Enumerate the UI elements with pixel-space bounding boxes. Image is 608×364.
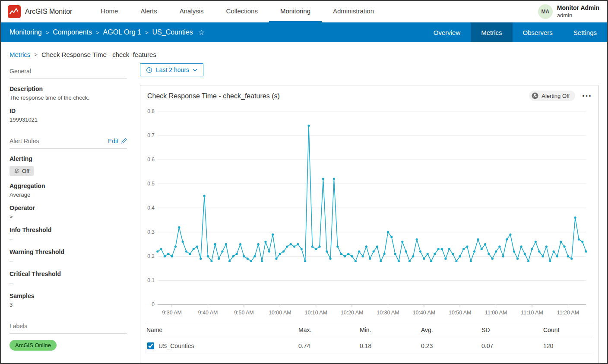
svg-text:9:50 AM: 9:50 AM: [234, 310, 253, 316]
chart-title: Check Response Time - check_features (s): [147, 92, 280, 100]
info-threshold-label: Info Threshold: [10, 226, 127, 233]
breadcrumb-separator-icon: >: [34, 51, 38, 58]
section-general: General: [10, 63, 127, 79]
section-labels: Labels: [10, 318, 127, 334]
time-range-button[interactable]: Last 2 hours: [140, 63, 203, 76]
svg-text:0.1: 0.1: [147, 277, 155, 283]
svg-text:0.8: 0.8: [147, 108, 155, 114]
time-range-label: Last 2 hours: [156, 66, 189, 73]
user-role: admin: [557, 12, 599, 19]
section-general-heading: General: [10, 68, 31, 75]
brand-name: ArcGIS Monitor: [25, 8, 72, 16]
breadcrumb-separator-icon: >: [46, 29, 49, 36]
metrics-back-link[interactable]: Metrics: [10, 51, 30, 58]
user-name: Monitor Admin: [557, 4, 599, 12]
section-related: Related: [10, 361, 127, 364]
column-name: Name: [146, 326, 298, 333]
response-time-chart: 00.10.20.30.40.50.60.70.89:30 AM9:40 AM9…: [146, 104, 592, 321]
svg-text:10:20 AM: 10:20 AM: [341, 310, 363, 316]
bell-off-circle-icon: [532, 92, 538, 99]
section-alert-rules-heading: Alert Rules: [10, 138, 39, 144]
nav-item-monitoring[interactable]: Monitoring: [269, 1, 322, 22]
details-sidebar: General Description The response time of…: [10, 63, 127, 364]
nav-item-analysis[interactable]: Analysis: [168, 1, 215, 22]
description-field: Description The response time of the che…: [10, 85, 127, 101]
description-value: The response time of the check.: [10, 94, 127, 101]
svg-text:0.7: 0.7: [147, 132, 155, 138]
id-value: 199931021: [10, 116, 127, 123]
breadcrumb-monitoring[interactable]: Monitoring: [10, 28, 42, 36]
alerting-field: Alerting Off: [10, 155, 127, 176]
column-count: Count: [543, 326, 592, 333]
nav-item-administration[interactable]: Administration: [322, 1, 385, 22]
breadcrumb-separator-icon: >: [96, 29, 99, 36]
user-menu[interactable]: MA Monitor Admin admin: [538, 4, 599, 19]
tab-metrics[interactable]: Metrics: [471, 22, 512, 42]
context-breadcrumb: Monitoring > Components > AGOL Org 1 > U…: [1, 22, 205, 42]
warning-threshold-value: –: [10, 257, 127, 264]
alerting-off-pill-label: Alerting Off: [542, 93, 570, 99]
info-threshold-value: –: [10, 235, 127, 242]
main-content: Last 2 hours Check Response Time - check…: [127, 63, 607, 364]
field-warning-threshold: Warning Threshold –: [10, 248, 127, 264]
breadcrumb-separator-icon: >: [145, 29, 149, 36]
critical-threshold-value: –: [10, 279, 127, 286]
context-tabs: Overview Metrics Observers Settings: [423, 22, 607, 42]
operator-value: >: [10, 213, 127, 220]
svg-text:10:50 AM: 10:50 AM: [449, 310, 471, 316]
field-samples: Samples 3: [10, 292, 127, 308]
description-label: Description: [10, 85, 127, 92]
bell-off-icon: [14, 168, 19, 174]
breadcrumb-us-counties[interactable]: US_Counties: [152, 28, 193, 36]
main-nav: Home Alerts Analysis Collections Monitor…: [89, 1, 385, 22]
row-sd: 0.07: [481, 342, 543, 349]
svg-text:9:40 AM: 9:40 AM: [198, 310, 218, 316]
row-min: 0.18: [360, 342, 421, 349]
svg-text:10:40 AM: 10:40 AM: [413, 310, 435, 316]
arcgis-monitor-logo-icon: [8, 5, 21, 18]
field-aggregation: Aggregation Average: [10, 182, 127, 198]
operator-label: Operator: [10, 204, 127, 211]
top-bar: ArcGIS Monitor Home Alerts Analysis Coll…: [1, 1, 607, 22]
svg-text:0: 0: [152, 301, 155, 308]
tab-overview[interactable]: Overview: [423, 22, 471, 42]
avatar: MA: [538, 4, 553, 19]
nav-item-collections[interactable]: Collections: [215, 1, 269, 22]
more-options-button[interactable]: ···: [582, 91, 592, 100]
nav-item-alerts[interactable]: Alerts: [129, 1, 168, 22]
svg-text:0.6: 0.6: [147, 157, 155, 163]
brand[interactable]: ArcGIS Monitor: [8, 5, 72, 18]
pencil-icon: [121, 138, 127, 144]
samples-label: Samples: [10, 292, 127, 299]
favorite-star-icon[interactable]: ☆: [198, 28, 205, 37]
alerting-label: Alerting: [10, 155, 127, 162]
edit-label: Edit: [108, 138, 118, 144]
svg-text:10:00 AM: 10:00 AM: [269, 310, 291, 316]
svg-text:11:20 AM: 11:20 AM: [557, 310, 579, 316]
chevron-down-icon: [193, 69, 197, 72]
tab-settings[interactable]: Settings: [563, 22, 607, 42]
tab-observers[interactable]: Observers: [513, 22, 563, 42]
column-max: Max.: [298, 326, 360, 333]
svg-text:0.2: 0.2: [147, 253, 155, 259]
warning-threshold-label: Warning Threshold: [10, 248, 127, 255]
breadcrumb-components[interactable]: Components: [53, 28, 92, 36]
app-window: ArcGIS Monitor Home Alerts Analysis Coll…: [0, 0, 608, 364]
row-avg: 0.23: [421, 342, 481, 349]
breadcrumb-agol-org-1[interactable]: AGOL Org 1: [103, 28, 141, 36]
svg-text:0.4: 0.4: [147, 205, 155, 211]
table-row: US_Counties 0.74 0.18 0.23 0.07 120: [146, 338, 592, 354]
svg-text:0.3: 0.3: [147, 229, 155, 235]
row-count: 120: [543, 342, 592, 349]
svg-text:0.5: 0.5: [147, 181, 155, 187]
field-critical-threshold: Critical Threshold –: [10, 270, 127, 286]
nav-item-home[interactable]: Home: [89, 1, 129, 22]
svg-text:10:10 AM: 10:10 AM: [305, 310, 327, 316]
section-alert-rules: Alert Rules Edit: [10, 133, 127, 149]
row-checkbox[interactable]: [147, 342, 154, 349]
field-operator: Operator >: [10, 204, 127, 220]
critical-threshold-label: Critical Threshold: [10, 270, 127, 277]
edit-alert-rules-link[interactable]: Edit: [108, 138, 127, 144]
id-field: ID 199931021: [10, 107, 127, 123]
field-info-threshold: Info Threshold –: [10, 226, 127, 242]
